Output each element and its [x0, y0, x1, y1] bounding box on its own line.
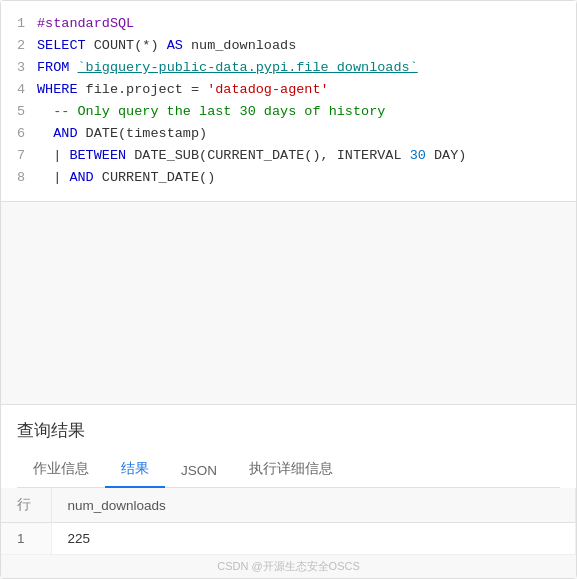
table-cell: 1 [1, 523, 51, 555]
line-number: 3 [1, 57, 37, 79]
code-line: 3FROM `bigquery-public-data.pypi.file_do… [1, 57, 576, 79]
line-number: 7 [1, 145, 37, 167]
code-line: 2SELECT COUNT(*) AS num_downloads [1, 35, 576, 57]
code-line: 5 -- Only query the last 30 days of hist… [1, 101, 576, 123]
results-table: 行num_downloads 1225 [1, 488, 576, 555]
results-area: 查询结果 作业信息结果JSON执行详细信息 行num_downloads 122… [1, 404, 576, 555]
code-line: 8 | AND CURRENT_DATE() [1, 167, 576, 189]
table-area: 行num_downloads 1225 [1, 488, 576, 555]
line-number: 1 [1, 13, 37, 35]
line-content: WHERE file.project = 'datadog-agent' [37, 79, 576, 101]
column-header: num_downloads [51, 488, 576, 523]
code-line: 7 | BETWEEN DATE_SUB(CURRENT_DATE(), INT… [1, 145, 576, 167]
line-content: | AND CURRENT_DATE() [37, 167, 576, 189]
table-row: 1225 [1, 523, 576, 555]
results-title: 查询结果 [17, 419, 560, 442]
code-editor[interactable]: 1#standardSQL2SELECT COUNT(*) AS num_dow… [1, 1, 576, 202]
line-content: -- Only query the last 30 days of histor… [37, 101, 576, 123]
line-number: 2 [1, 35, 37, 57]
line-number: 5 [1, 101, 37, 123]
line-content: | BETWEEN DATE_SUB(CURRENT_DATE(), INTER… [37, 145, 576, 167]
tab-执行详细信息[interactable]: 执行详细信息 [233, 452, 349, 488]
tab-JSON[interactable]: JSON [165, 455, 233, 488]
line-content: #standardSQL [37, 13, 576, 35]
tab-作业信息[interactable]: 作业信息 [17, 452, 105, 488]
tabs-row: 作业信息结果JSON执行详细信息 [17, 452, 560, 488]
line-number: 4 [1, 79, 37, 101]
column-header: 行 [1, 488, 51, 523]
code-line: 4WHERE file.project = 'datadog-agent' [1, 79, 576, 101]
code-line: 1#standardSQL [1, 13, 576, 35]
tab-结果[interactable]: 结果 [105, 452, 165, 488]
watermark: CSDN @开源生态安全OSCS [1, 555, 576, 578]
code-line: 6 AND DATE(timestamp) [1, 123, 576, 145]
editor-spacer [1, 202, 576, 404]
line-content: FROM `bigquery-public-data.pypi.file_dow… [37, 57, 576, 79]
table-cell: 225 [51, 523, 576, 555]
main-container: 1#standardSQL2SELECT COUNT(*) AS num_dow… [0, 0, 577, 579]
line-number: 8 [1, 167, 37, 189]
line-number: 6 [1, 123, 37, 145]
line-content: AND DATE(timestamp) [37, 123, 576, 145]
line-content: SELECT COUNT(*) AS num_downloads [37, 35, 576, 57]
results-header: 查询结果 作业信息结果JSON执行详细信息 [1, 405, 576, 488]
